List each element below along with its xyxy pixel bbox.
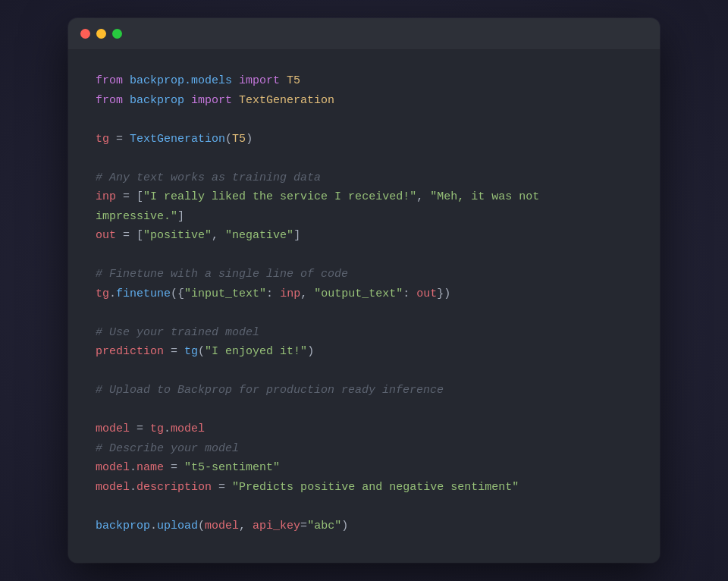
maximize-button[interactable]	[112, 29, 122, 39]
code-line-21: model.name = "t5-sentiment"	[96, 458, 632, 478]
code-line-blank-7	[96, 497, 632, 517]
code-window: from backprop.models import T5 from back…	[68, 18, 660, 563]
close-button[interactable]	[80, 29, 90, 39]
code-line-4: tg = TextGeneration(T5)	[96, 130, 632, 149]
code-line-blank-3	[96, 246, 632, 265]
code-line-comment-3: # Use your trained model	[96, 323, 632, 343]
code-line-comment-2: # Finetune with a single line of code	[96, 265, 632, 284]
code-line-blank-1	[96, 110, 632, 130]
code-line-19: model = tg.model	[96, 419, 632, 439]
code-line-9: out = ["positive", "negative"]	[96, 226, 632, 246]
code-line-22: model.description = "Predicts positive a…	[96, 478, 632, 498]
code-line-blank-6	[96, 400, 632, 420]
code-line-blank-4	[96, 303, 632, 323]
code-line-comment-1: # Any text works as training data	[96, 168, 632, 188]
code-line-blank-2	[96, 149, 632, 168]
titlebar	[68, 18, 660, 50]
code-line-7: inp = ["I really liked the service I rec…	[96, 187, 632, 207]
code-line-2: from backprop import TextGeneration	[96, 91, 632, 111]
code-line-comment-5: # Describe your model	[96, 439, 632, 459]
code-editor[interactable]: from backprop.models import T5 from back…	[68, 50, 660, 563]
code-line-1: from backprop.models import T5	[96, 71, 632, 91]
code-line-comment-4: # Upload to Backprop for production read…	[96, 381, 632, 400]
code-line-8: impressive."]	[96, 207, 632, 227]
code-line-24: backprop.upload(model, api_key="abc")	[96, 517, 632, 536]
minimize-button[interactable]	[96, 29, 106, 39]
code-line-blank-5	[96, 362, 632, 382]
code-line-12: tg.finetune({"input_text": inp, "output_…	[96, 284, 632, 304]
code-line-15: prediction = tg("I enjoyed it!")	[96, 342, 632, 362]
